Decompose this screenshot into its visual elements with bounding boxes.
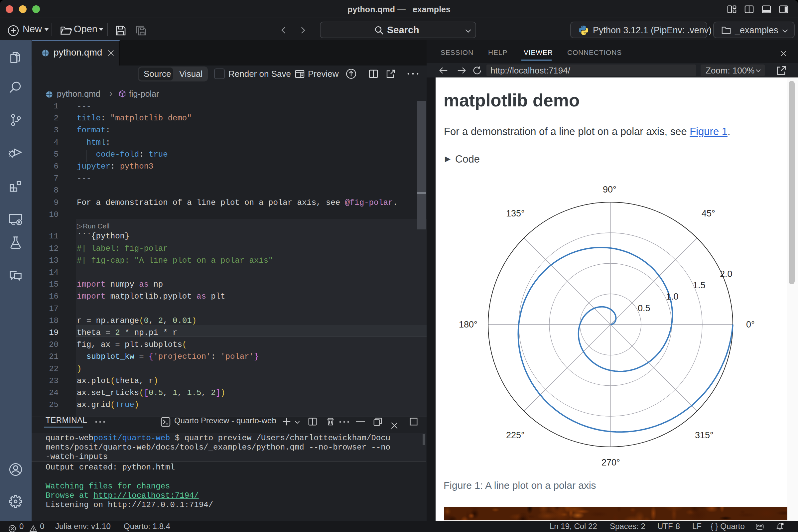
svg-text:90°: 90°	[603, 185, 616, 194]
svg-text:180°: 180°	[459, 320, 477, 329]
svg-text:1.5: 1.5	[693, 280, 706, 290]
svg-text:0.5: 0.5	[638, 303, 650, 313]
svg-text:270°: 270°	[602, 457, 620, 468]
svg-text:315°: 315°	[695, 430, 714, 440]
svg-text:135°: 135°	[506, 208, 525, 218]
svg-text:1.0: 1.0	[666, 291, 679, 302]
svg-text:225°: 225°	[506, 430, 525, 440]
svg-text:45°: 45°	[702, 208, 715, 218]
svg-text:2.0: 2.0	[720, 269, 733, 279]
svg-text:0°: 0°	[746, 320, 755, 329]
